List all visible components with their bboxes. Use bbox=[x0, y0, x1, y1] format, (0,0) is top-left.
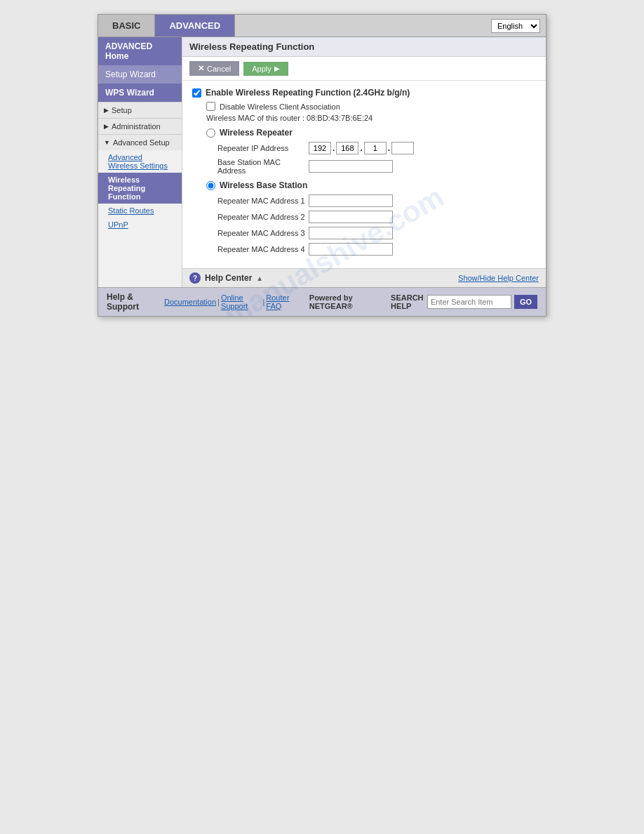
help-center-left: ? Help Center ▲ bbox=[189, 272, 263, 284]
sidebar-item-wps-wizard[interactable]: WPS Wizard bbox=[98, 84, 182, 102]
enable-repeating-label: Enable Wireless Repeating Function (2.4G… bbox=[206, 88, 410, 98]
repeater-mac-2-label: Repeater MAC Address 2 bbox=[217, 213, 309, 221]
repeater-ip-label: Repeater IP Address bbox=[217, 144, 309, 152]
apply-label: Apply bbox=[252, 65, 271, 73]
disable-client-assoc-row: Disable Wireless Client Association bbox=[206, 102, 536, 111]
enable-checkbox-row: Enable Wireless Repeating Function (2.4G… bbox=[192, 88, 536, 98]
ip-octet-1[interactable] bbox=[309, 142, 331, 154]
sidebar: ADVANCED Home Setup Wizard WPS Wizard ▶ … bbox=[98, 37, 182, 287]
apply-button[interactable]: Apply ▶ bbox=[243, 62, 288, 76]
footer-sep-2: | bbox=[262, 298, 264, 306]
ip-dot-2: . bbox=[360, 143, 362, 153]
apply-arrow-icon: ▶ bbox=[274, 65, 280, 72]
base-station-mac-input[interactable] bbox=[309, 160, 393, 173]
advanced-setup-section-label: Advanced Setup bbox=[113, 138, 170, 147]
sidebar-link-wireless-repeating[interactable]: Wireless Repeating Function bbox=[98, 173, 182, 204]
administration-section-label: Administration bbox=[112, 122, 161, 131]
footer-help-support-label: Help & Support bbox=[107, 292, 160, 312]
search-help-label: SEARCH HELP bbox=[391, 293, 424, 310]
repeater-mac-3-row: Repeater MAC Address 3 bbox=[217, 227, 536, 239]
help-icon: ? bbox=[189, 272, 201, 284]
repeater-mac-2-input[interactable] bbox=[309, 211, 393, 223]
sidebar-section-header-administration[interactable]: ▶ Administration bbox=[98, 119, 182, 134]
language-select-wrap: English French German Spanish bbox=[491, 15, 546, 37]
top-nav: BASIC ADVANCED English French German Spa… bbox=[98, 15, 546, 37]
advanced-setup-arrow-icon: ▼ bbox=[104, 139, 110, 146]
sidebar-link-upnp[interactable]: UPnP bbox=[98, 218, 182, 232]
repeater-mac-3-label: Repeater MAC Address 3 bbox=[217, 229, 309, 237]
repeater-mac-3-input[interactable] bbox=[309, 227, 393, 239]
base-station-mac-row: Base Station MAC Address bbox=[217, 158, 536, 175]
ip-octet-2[interactable] bbox=[336, 142, 358, 154]
wireless-base-station-radio[interactable] bbox=[206, 181, 215, 190]
repeater-mac-1-row: Repeater MAC Address 1 bbox=[217, 194, 536, 207]
search-input[interactable] bbox=[427, 295, 511, 309]
repeater-mac-4-input[interactable] bbox=[309, 243, 393, 256]
sidebar-item-setup-wizard[interactable]: Setup Wizard bbox=[98, 65, 182, 84]
footer-powered-by: Powered by NETGEAR® bbox=[309, 293, 387, 310]
sidebar-section-header-setup[interactable]: ▶ Setup bbox=[98, 102, 182, 118]
sidebar-section-administration: ▶ Administration bbox=[98, 118, 182, 134]
footer-documentation-link[interactable]: Documentation bbox=[164, 298, 216, 306]
help-center-label: Help Center bbox=[205, 273, 252, 283]
tab-advanced[interactable]: ADVANCED bbox=[155, 15, 235, 37]
footer-search: SEARCH HELP GO bbox=[391, 293, 537, 310]
repeater-mac-4-label: Repeater MAC Address 4 bbox=[217, 245, 309, 253]
sidebar-section-advanced-setup: ▼ Advanced Setup Advanced Wireless Setti… bbox=[98, 134, 182, 232]
language-select[interactable]: English French German Spanish bbox=[491, 19, 540, 33]
footer-online-support-link[interactable]: Online Support bbox=[221, 293, 262, 310]
wireless-repeater-radio[interactable] bbox=[206, 128, 215, 138]
ip-fields: . . . bbox=[309, 142, 414, 154]
x-icon: ✕ bbox=[198, 64, 204, 73]
wireless-base-station-label: Wireless Base Station bbox=[220, 180, 307, 190]
cancel-label: Cancel bbox=[207, 65, 231, 73]
ip-dot-1: . bbox=[333, 143, 335, 153]
repeater-mac-1-label: Repeater MAC Address 1 bbox=[217, 197, 309, 205]
disable-client-assoc-checkbox[interactable] bbox=[206, 102, 215, 111]
sidebar-section-setup: ▶ Setup bbox=[98, 102, 182, 118]
base-station-mac-label: Base Station MAC Address bbox=[217, 158, 309, 175]
help-center-bar: ? Help Center ▲ Show/Hide Help Center bbox=[182, 268, 546, 287]
ip-dot-3: . bbox=[388, 143, 390, 153]
show-hide-help-link[interactable]: Show/Hide Help Center bbox=[458, 274, 539, 282]
administration-arrow-icon: ▶ bbox=[104, 123, 109, 130]
footer-links: Documentation | Online Support | Router … bbox=[164, 293, 298, 310]
sidebar-section-header-advanced-setup[interactable]: ▼ Advanced Setup bbox=[98, 135, 182, 150]
setup-arrow-icon: ▶ bbox=[104, 107, 109, 114]
footer-router-faq-link[interactable]: Router FAQ bbox=[266, 293, 298, 310]
tab-basic[interactable]: BASIC bbox=[98, 15, 155, 37]
footer-bar: Help & Support Documentation | Online Su… bbox=[98, 287, 546, 316]
content-pane: Wireless Repeating Function ✕ Cancel App… bbox=[182, 37, 546, 287]
go-button[interactable]: GO bbox=[514, 295, 537, 309]
content-title: Wireless Repeating Function bbox=[182, 37, 546, 57]
repeater-mac-2-row: Repeater MAC Address 2 bbox=[217, 211, 536, 223]
footer-sep-1: | bbox=[217, 298, 220, 306]
repeater-mac-1-input[interactable] bbox=[309, 194, 393, 207]
enable-repeating-checkbox[interactable] bbox=[192, 88, 201, 98]
sidebar-item-advanced-home[interactable]: ADVANCED Home bbox=[98, 37, 182, 65]
repeater-mac-4-row: Repeater MAC Address 4 bbox=[217, 243, 536, 256]
sidebar-link-advanced-wireless[interactable]: Advanced Wireless Settings bbox=[98, 150, 182, 173]
main-area: ADVANCED Home Setup Wizard WPS Wizard ▶ … bbox=[98, 37, 546, 287]
radio-section: Wireless Repeater Repeater IP Address . … bbox=[206, 128, 536, 175]
wireless-repeater-radio-row: Wireless Repeater bbox=[206, 128, 536, 138]
ip-octet-4[interactable] bbox=[391, 142, 414, 154]
wireless-repeater-radio-label: Wireless Repeater bbox=[220, 128, 293, 138]
help-center-collapse-icon: ▲ bbox=[256, 274, 263, 282]
toolbar: ✕ Cancel Apply ▶ bbox=[182, 57, 546, 81]
repeater-ip-row: Repeater IP Address . . . bbox=[217, 142, 536, 154]
wireless-base-station-radio-row: Wireless Base Station bbox=[206, 180, 536, 190]
cancel-button[interactable]: ✕ Cancel bbox=[189, 61, 239, 76]
base-station-section: Wireless Base Station Repeater MAC Addre… bbox=[206, 180, 536, 256]
ip-octet-3[interactable] bbox=[364, 142, 387, 154]
wireless-mac-info: Wireless MAC of this router : 08:BD:43:7… bbox=[206, 114, 536, 122]
disable-client-assoc-label: Disable Wireless Client Association bbox=[220, 102, 340, 111]
setup-section-label: Setup bbox=[112, 106, 132, 114]
form-area: Enable Wireless Repeating Function (2.4G… bbox=[182, 81, 546, 268]
sidebar-link-static-routes[interactable]: Static Routes bbox=[98, 204, 182, 218]
